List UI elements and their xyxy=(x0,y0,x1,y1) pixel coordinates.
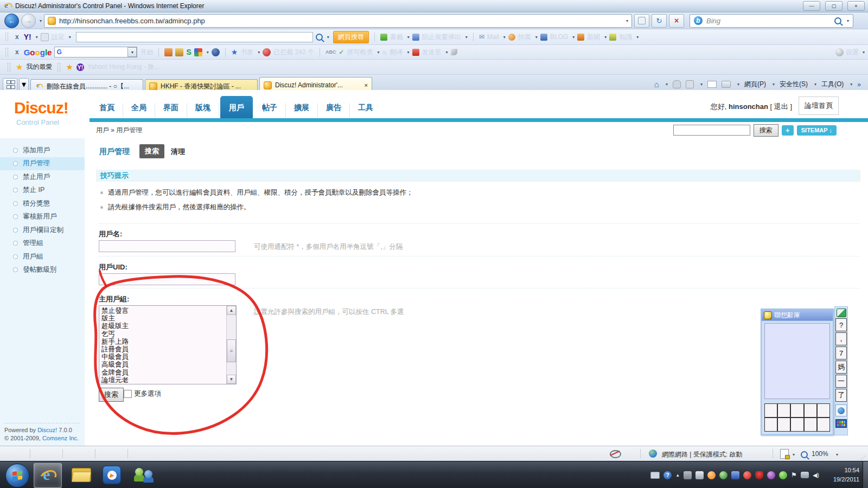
yahoo-blog-label[interactable]: BLOG xyxy=(550,33,568,41)
yahoo-settings-dropdown[interactable]: ▾ xyxy=(69,35,71,40)
yahoo-news-label[interactable]: 新聞 xyxy=(587,33,600,42)
print-dropdown[interactable]: ▾ xyxy=(737,82,739,87)
google-apps-dropdown[interactable]: ▾ xyxy=(207,50,209,55)
ime-title-bar[interactable]: 聯想辭庫 xyxy=(762,310,833,321)
show-desktop-button[interactable] xyxy=(863,461,868,488)
taskbar-media-player-button[interactable]: ▶ xyxy=(99,463,125,487)
ime-candidate-key[interactable]: 了 xyxy=(835,389,847,402)
highlighter-icon[interactable] xyxy=(451,49,457,55)
yahoo-auction-dropdown[interactable]: ▾ xyxy=(535,35,538,40)
quick-tabs-button[interactable] xyxy=(3,78,17,91)
taskbar-clock[interactable]: 10:54 19/2/2011 xyxy=(833,466,859,484)
url-field[interactable]: http://hinsonchan.freebbs.com.tw/admincp… xyxy=(44,14,632,28)
minimize-button[interactable]: — xyxy=(803,1,820,11)
keyboard-icon[interactable] xyxy=(650,472,660,479)
google-apps-icon[interactable] xyxy=(194,48,202,56)
google-settings-dropdown[interactable]: ▾ xyxy=(863,50,865,55)
print-icon[interactable] xyxy=(722,81,731,88)
google-bookmarks-label[interactable]: 书签 xyxy=(240,48,253,57)
tab-search-active[interactable]: 搜索 xyxy=(139,144,164,158)
action-center-flag-icon[interactable]: ⚑ xyxy=(791,471,797,479)
forum-home-button[interactable]: 論壇首頁 xyxy=(799,97,839,115)
forward-button[interactable]: → xyxy=(21,14,36,28)
sidebar-item-admin-groups[interactable]: 管理組 xyxy=(0,237,85,251)
ime-candidate-key[interactable]: ? xyxy=(835,318,847,331)
sidebar-item-profile-fields[interactable]: 用戶欄目定制 xyxy=(0,223,85,237)
nav-interface[interactable]: 界面 xyxy=(155,103,187,118)
spellcheck-dropdown[interactable]: ▾ xyxy=(378,50,380,55)
zoom-level[interactable]: 100% xyxy=(812,450,828,458)
tray-icon-volume-blocked[interactable] xyxy=(743,471,751,479)
comsenz-link[interactable]: Comsenz Inc. xyxy=(42,435,79,441)
yahoo-knowledge-dropdown[interactable]: ▾ xyxy=(636,35,639,40)
nav-users-active[interactable]: 用戶 xyxy=(220,96,253,118)
url-dropdown[interactable]: ▾ xyxy=(626,18,628,23)
hand-icon[interactable] xyxy=(673,80,681,88)
yahoo-settings-icon[interactable] xyxy=(41,33,49,41)
yahoo-mail-icon[interactable]: ✉ xyxy=(479,33,484,41)
google-bookmarks-dropdown[interactable]: ▾ xyxy=(258,50,260,55)
hidden-icons-chevron[interactable]: ▲ xyxy=(675,473,680,478)
sidebar-item-moderate-new-users[interactable]: 審核新用戶 xyxy=(0,210,85,224)
google-search-dropdown[interactable]: ▾ xyxy=(127,47,137,57)
taskbar-messenger-button[interactable] xyxy=(130,463,158,487)
change-zoom-icon[interactable] xyxy=(780,449,789,460)
popup-blocked-count[interactable]: 已拦截 242 个 xyxy=(273,48,314,57)
google-news-icon[interactable] xyxy=(164,48,173,56)
scroll-down-arrow[interactable]: ▼ xyxy=(227,375,236,384)
admin-search-input[interactable] xyxy=(673,125,750,136)
group-option[interactable]: 論壇元老 xyxy=(99,376,225,384)
safety-menu-dropdown[interactable]: ▾ xyxy=(814,82,816,87)
google-gmail-icon[interactable] xyxy=(175,48,183,56)
ime-speech-button[interactable] xyxy=(835,404,847,416)
ime-candidate-area[interactable] xyxy=(764,323,830,399)
favorites-star-icon[interactable]: ★ xyxy=(16,62,23,72)
logout-link[interactable]: [ 退出 ] xyxy=(770,102,792,111)
search-dropdown[interactable]: ▾ xyxy=(847,18,849,23)
tab-cleanup[interactable]: 清理 xyxy=(171,147,185,157)
yahoo-knowledge-icon[interactable] xyxy=(609,34,616,41)
google-settings-icon[interactable] xyxy=(835,48,844,56)
safety-menu[interactable]: 安全性(S) xyxy=(780,80,808,89)
group-option[interactable]: 高級會員 xyxy=(99,361,225,368)
yahoo-mail-dropdown[interactable]: ▾ xyxy=(503,35,506,40)
group-option[interactable]: 版主 xyxy=(99,314,225,322)
google-search-input[interactable]: G▾ xyxy=(54,47,137,57)
sidebar-item-post-levels[interactable]: 發帖數級別 xyxy=(0,264,85,277)
tray-icon-heart[interactable] xyxy=(755,471,763,479)
popup-blocker-label[interactable]: 防止視窗彈出 xyxy=(422,33,461,42)
nav-tools[interactable]: 工具 xyxy=(350,103,381,118)
username-input[interactable] xyxy=(99,240,235,252)
google-settings-label[interactable]: 设置 xyxy=(846,48,859,57)
favorites-label[interactable]: 我的最愛 xyxy=(26,62,52,72)
send-to-dropdown[interactable]: ▾ xyxy=(446,50,448,55)
yahoo-search-input[interactable] xyxy=(76,32,313,42)
form-search-button[interactable]: 搜索 xyxy=(99,388,124,402)
group-option[interactable]: 中級會員 xyxy=(99,353,225,361)
sidebar-item-add-user[interactable]: 添加用戶 xyxy=(0,144,85,157)
ime-dictionary-icon[interactable] xyxy=(837,309,846,317)
maximize-button[interactable]: ▢ xyxy=(825,1,843,11)
ime-candidate-key[interactable]: 7 xyxy=(835,346,847,359)
tray-icon-purple-chat[interactable] xyxy=(767,471,775,479)
tray-icon-orange-app[interactable] xyxy=(707,471,716,479)
sitemap-button[interactable]: SITEMAP ↓ xyxy=(797,125,837,136)
taskbar-ie-button[interactable]: e xyxy=(34,463,62,488)
yahoo-news-dropdown[interactable]: ▾ xyxy=(604,35,607,40)
add-shortcut-button[interactable]: + xyxy=(782,125,794,136)
yahoo-bookmarks-label[interactable]: 書籤 xyxy=(390,33,403,42)
sidebar-item-user-groups[interactable]: 用戶組 xyxy=(0,250,85,264)
ime-candidate-key[interactable]: 媽 xyxy=(835,361,847,374)
discuz-link[interactable]: Discuz! xyxy=(37,427,57,433)
group-option[interactable]: 金牌會員 xyxy=(99,369,225,376)
send-to-icon[interactable] xyxy=(412,49,419,56)
yahoo-web-search-button[interactable]: 網頁搜尋 xyxy=(333,31,369,43)
yahoo-blog-dropdown[interactable]: ▾ xyxy=(572,35,575,40)
sidebar-item-credits[interactable]: 積分獎懲 xyxy=(0,197,85,210)
scroll-up-arrow[interactable]: ▲ xyxy=(227,306,236,315)
yahoo-bookmarks-dropdown[interactable]: ▾ xyxy=(407,35,410,40)
yahoo-blog-icon[interactable] xyxy=(540,34,547,41)
ime-keyboard-button[interactable] xyxy=(835,419,847,428)
nav-global[interactable]: 全局 xyxy=(123,103,155,118)
yahoo-bookmarks-icon[interactable] xyxy=(380,34,387,41)
